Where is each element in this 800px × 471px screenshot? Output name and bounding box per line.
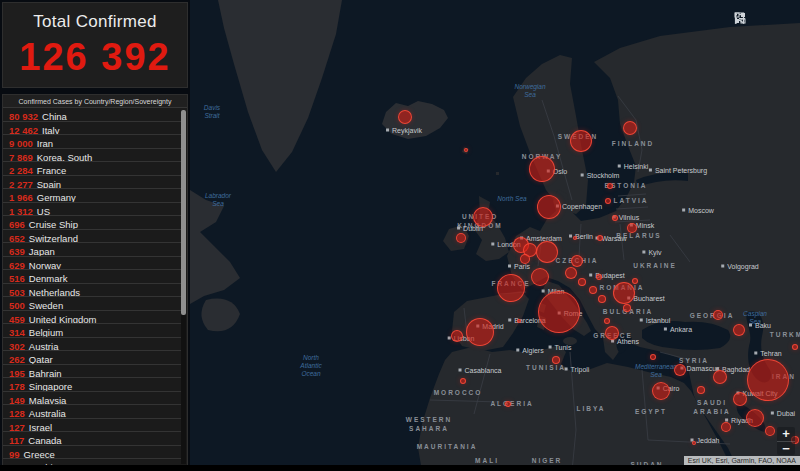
case-bubble-portugal[interactable] — [451, 330, 463, 342]
case-bubble-georgia[interactable] — [713, 310, 723, 320]
world-map[interactable]: Davis StraitLabrador SeaNorwegian SeaNor… — [190, 0, 800, 471]
list-item[interactable]: 149Malaysia — [3, 392, 181, 406]
total-confirmed-value: 126 392 — [3, 36, 187, 79]
list-item[interactable]: 117Canada — [3, 432, 181, 446]
list-item[interactable]: 302Austria — [3, 338, 181, 352]
list-item[interactable]: 503Netherlands — [3, 284, 181, 298]
basemap-button[interactable] — [774, 12, 788, 26]
zoom-out-button[interactable]: − — [777, 441, 795, 455]
case-count: 459 — [9, 314, 25, 325]
case-count: 2 284 — [9, 165, 33, 176]
list-item[interactable]: 500Sweden — [3, 297, 181, 311]
case-bubble-france[interactable] — [497, 274, 525, 302]
list-item[interactable]: 178Singapore — [3, 378, 181, 392]
list-item[interactable]: 12 462Italy — [3, 122, 181, 136]
list-item[interactable]: 80 932China — [3, 108, 181, 122]
list-item[interactable]: 262Qatar — [3, 351, 181, 365]
case-bubble-serbia[interactable] — [598, 295, 606, 303]
case-bubble-lithuania[interactable] — [612, 215, 618, 221]
list-item[interactable]: 696Cruise Ship — [3, 216, 181, 230]
list-item[interactable]: 128Australia — [3, 405, 181, 419]
case-bubble-faroe-islands[interactable] — [464, 148, 468, 152]
case-bubble-spain[interactable] — [466, 318, 494, 346]
case-bubble-italy[interactable] — [538, 291, 580, 333]
case-bubble-iraq[interactable] — [713, 370, 727, 384]
case-bubble-denmark[interactable] — [537, 195, 561, 219]
list-item[interactable]: 314Belgium — [3, 324, 181, 338]
scrollbar-track[interactable] — [181, 110, 186, 464]
map-attribution: Esri UK, Esri, Garmin, FAO, NOAA — [684, 456, 800, 465]
case-bubble-cyprus[interactable] — [650, 354, 656, 360]
list-item[interactable]: 516Denmark — [3, 270, 181, 284]
case-bubble-morocco[interactable] — [460, 378, 466, 384]
case-bubble-germany-west[interactable] — [536, 241, 558, 263]
case-bubble-iceland[interactable] — [398, 110, 412, 124]
case-bubble-israel[interactable] — [697, 386, 705, 394]
case-bubble-estonia[interactable] — [607, 183, 613, 189]
case-bubble-austria[interactable] — [565, 267, 577, 279]
case-bubble-hungary[interactable] — [596, 274, 602, 280]
case-bubble-latvia[interactable] — [605, 198, 611, 204]
case-bubble-croatia[interactable] — [589, 286, 597, 294]
legend-button[interactable] — [754, 12, 768, 26]
case-count: 314 — [9, 327, 25, 338]
scrollbar-thumb[interactable] — [181, 110, 186, 315]
case-bubble-bahrain-qatar[interactable] — [746, 409, 764, 427]
list-item[interactable]: 99Greece — [3, 446, 181, 460]
case-count: 195 — [9, 368, 25, 379]
case-bubble-greece[interactable] — [605, 326, 619, 340]
window-edge — [0, 465, 800, 471]
list-item[interactable]: 195Bahrain — [3, 365, 181, 379]
case-bubble-poland[interactable] — [597, 235, 603, 241]
zoom-in-button[interactable]: + — [777, 427, 795, 441]
case-count: 117 — [9, 435, 24, 446]
list-item[interactable]: 2 277Spain — [3, 176, 181, 190]
case-bubble-berlin[interactable] — [573, 236, 577, 240]
case-bubble-moldova[interactable] — [632, 278, 638, 284]
case-bubble-slovenia[interactable] — [578, 278, 586, 286]
case-count: 178 — [9, 381, 25, 392]
case-bubble-tunisia[interactable] — [552, 356, 560, 364]
case-bubble-algeria[interactable] — [505, 401, 511, 407]
list-item[interactable]: 127Israel — [3, 419, 181, 433]
list-item[interactable]: 1 966Germany — [3, 189, 181, 203]
country-name: Japan — [29, 246, 55, 257]
case-bubble-barcelona[interactable] — [517, 319, 521, 323]
case-bubble-sweden[interactable] — [570, 130, 592, 152]
case-bubble-uae[interactable] — [765, 426, 775, 436]
case-bubble-switzerland[interactable] — [531, 268, 549, 286]
case-bubble-norway[interactable] — [529, 156, 555, 182]
list-item[interactable]: 629Norway — [3, 257, 181, 271]
list-item[interactable]: 9 000Iran — [3, 135, 181, 149]
country-name: Norway — [29, 260, 61, 271]
case-bubble-turkmenistan-edge[interactable] — [792, 344, 798, 350]
case-bubble-egypt[interactable] — [652, 382, 670, 400]
case-bubble-czechia[interactable] — [571, 255, 583, 267]
list-item[interactable]: 459United Kingdom — [3, 311, 181, 325]
case-bubble-north-macedonia[interactable] — [604, 318, 610, 324]
case-bubble-ireland[interactable] — [456, 233, 466, 243]
country-name: Spain — [37, 179, 61, 190]
list-item[interactable]: 652Switzerland — [3, 230, 181, 244]
country-name: Switzerland — [29, 233, 78, 244]
case-bubble-iran[interactable] — [747, 359, 789, 401]
country-list: 80 932China12 462Italy9 000Iran7 869Kore… — [3, 108, 181, 470]
case-bubble-finland[interactable] — [623, 121, 637, 135]
case-count: 128 — [9, 408, 25, 419]
list-item[interactable]: 1 312US — [3, 203, 181, 217]
case-bubble-saudi-arabia[interactable] — [721, 422, 731, 432]
list-item[interactable]: 7 869Korea, South — [3, 149, 181, 163]
case-bubble-azerbaijan[interactable] — [733, 324, 745, 336]
case-bubble-belarus[interactable] — [627, 223, 637, 233]
case-bubble-bulgaria[interactable] — [623, 304, 631, 312]
list-item[interactable]: 2 284France — [3, 162, 181, 176]
case-count: 80 932 — [9, 111, 38, 122]
case-bubble-lebanon[interactable] — [674, 364, 686, 376]
case-bubble-belgium[interactable] — [520, 254, 530, 264]
country-name: US — [37, 206, 50, 217]
case-bubble-united-kingdom[interactable] — [473, 207, 493, 227]
case-bubble-kuwait[interactable] — [733, 392, 747, 406]
case-bubble-jeddah[interactable] — [692, 441, 696, 445]
list-item[interactable]: 639Japan — [3, 243, 181, 257]
case-bubble-romania[interactable] — [613, 282, 635, 304]
